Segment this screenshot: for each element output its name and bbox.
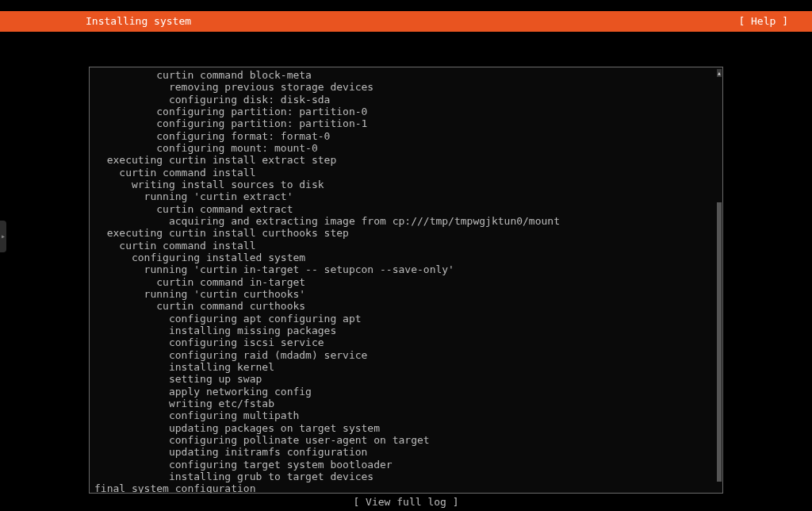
install-log-box: curtin command block-meta removing previ… [89,67,723,494]
view-full-log-button[interactable]: [ View full log ] [353,496,458,508]
page-title: Installing system [86,15,191,27]
scroll-up-arrow-icon[interactable]: ▴ [717,69,722,77]
scrollbar[interactable]: ▴ [717,69,722,491]
chevron-right-icon: ▸ [1,232,6,241]
scroll-thumb[interactable] [717,202,722,482]
side-handle[interactable]: ▸ [0,221,6,252]
help-button[interactable]: [ Help ] [738,15,788,27]
footer: [ View full log ] [0,496,812,508]
header: Installing system [ Help ] [0,11,812,32]
install-log[interactable]: curtin command block-meta removing previ… [94,69,718,494]
